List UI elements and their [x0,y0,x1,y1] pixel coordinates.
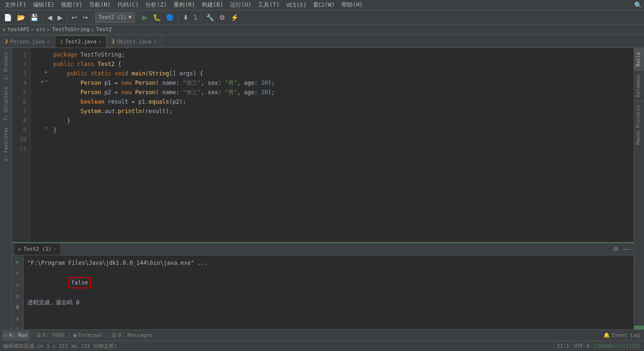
scroll-down-btn[interactable]: ↓ [14,280,20,289]
breadcrumb-src[interactable]: src [36,26,45,33]
menu-item-build[interactable]: 构建(B) [199,0,226,10]
breadcrumb-sep3: ▶ [91,27,94,32]
menu-item-code[interactable]: 代码(C) [115,0,142,10]
search-icon[interactable]: 🔍 [634,1,642,9]
java2-icon: J [60,39,63,45]
rerun-btn[interactable]: ▶ [14,257,20,267]
minimize-btn[interactable]: — [622,245,631,253]
run-btn[interactable]: ▶ [140,12,149,23]
tab-test2-java[interactable]: J Test2.java ✕ [55,35,107,48]
gutter-row-4: ▶ ▼ [31,76,50,86]
messages-icon: ☰ [112,332,116,338]
breadcrumb-testtostring[interactable]: TestToString [52,26,89,33]
menu-item-help[interactable]: 帮助(H) [339,0,366,10]
menu-item-refactor[interactable]: 重构(R) [171,0,198,10]
pause-btn[interactable]: ⏸ [13,302,22,312]
maven-tab[interactable]: Maven Projects [634,101,644,148]
code-line-1: package TestToString; [53,50,630,59]
tools-btn[interactable]: 🔧 [204,13,216,22]
gutter-row-2 [31,57,50,67]
breadcrumb-test2[interactable]: Test2 [96,26,112,33]
tab-object-java[interactable]: J Object.java ✕ [107,35,162,48]
favorites-panel-icon[interactable]: 2: Favorites [2,125,9,163]
gutter-row-6 [31,95,50,105]
code-line-9: } [53,116,630,125]
code-gutter: ▶ ▶ ▼ ▼ [31,48,50,242]
event-log-icon: 🔔 [603,332,610,338]
step-into-btn[interactable]: ⤵ [192,13,199,22]
stop-btn[interactable]: ■ [14,291,20,301]
step-over-btn[interactable]: ⬇ [181,13,190,22]
todo-panel-btn[interactable]: ☰ 6: TODO [34,331,66,340]
tab-person-java[interactable]: J Person.java ✕ [0,35,55,48]
code-editor[interactable]: 1 2 3 4 5 6 7 8 9 10 11 ▶ ▶ [12,48,634,242]
redo-btn[interactable]: ↪ [81,13,90,22]
database-tab[interactable]: Database [634,70,644,101]
toolbar-separator5 [178,13,179,22]
debug-btn[interactable]: 🐛 [151,13,163,22]
position-status: 11:1 [557,343,570,349]
menu-bar: 文件(F) 编辑(E) 视图(V) 导航(N) 代码(C) 分析(Z) 重构(R… [0,0,644,10]
terminal-btn[interactable]: ▣ Terminal [71,331,106,340]
settings-btn[interactable]: ⚙ [611,245,620,253]
open-btn[interactable]: 📂 [15,13,27,22]
export-btn[interactable]: ⤴ [15,325,20,329]
structure-panel-icon[interactable]: 7: Structure [2,85,9,122]
gutter-row-9: ▼ [31,123,50,133]
event-log-btn[interactable]: 🔔 Event Log [601,331,642,340]
menu-item-tools[interactable]: 工具(T) [255,0,282,10]
java3-icon: J [111,39,115,45]
output-false-value: false [68,277,91,288]
breadcrumb: ● testAPI ▶ src ▶ TestToString ▶ Test2 [0,24,644,35]
gutter-row-1 [31,48,50,57]
panel-tab-bar: ▶ Test2 (1) ✕ ⚙ — [12,243,634,255]
line-numbers: 1 2 3 4 5 6 7 8 9 10 11 [12,48,31,242]
project-panel-icon[interactable]: 1: Project [2,50,9,82]
tab-close-object[interactable]: ✕ [154,39,157,44]
run-arrow2-icon[interactable]: ▶ [41,79,44,84]
breadcrumb-testapi[interactable]: testAPI [8,26,29,33]
back-btn[interactable]: ◀ [45,13,54,22]
build-tab[interactable]: Build [634,48,644,70]
coverage-btn[interactable]: 🔵 [164,13,176,22]
tab-close-test2[interactable]: ✕ [99,39,101,44]
panel-controls: ▶ ↑ ↓ ■ ⏸ ↕ ⤴ [12,255,24,329]
toolbar-separator6 [201,13,202,22]
menu-item-edit[interactable]: 编辑(E) [30,0,58,10]
gutter-row-11 [31,142,50,152]
run-config-dropdown[interactable]: Test2 (1) ▼ [95,12,135,23]
run-tab-close[interactable]: ✕ [53,246,56,252]
scroll-up-btn[interactable]: ↑ [14,269,20,278]
new-file-btn[interactable]: 📄 [2,13,14,22]
terminal-label: Terminal [78,332,103,338]
menu-item-nav[interactable]: 导航(N) [86,0,114,10]
fold-close-icon[interactable]: ▼ [45,126,48,131]
code-area[interactable]: package TestToString; public class Test2… [50,48,634,242]
wrap-btn[interactable]: ↕ [14,314,20,323]
menu-item-analyze[interactable]: 分析(Z) [142,0,170,10]
btm-sep2 [69,332,69,339]
forward-btn[interactable]: ▶ [56,13,65,22]
status-right: 11:1 UTF-8 CSDN@Alita11101 [557,343,641,349]
run-panel-btn[interactable]: ▶ 4: Run [2,331,30,340]
save-btn[interactable]: 💾 [28,13,40,22]
menu-item-vcs[interactable]: VCS(S) [283,1,309,9]
encoding-status[interactable]: UTF-8 [574,343,590,349]
tab-close-person[interactable]: ✕ [47,39,50,44]
actions-btn[interactable]: ⚡ [229,13,240,22]
sdk-btn[interactable]: ⚙ [217,13,227,22]
gutter-row-7 [31,105,50,114]
panel-tab-icons: ⚙ — [611,245,631,253]
dropdown-arrow-icon: ▼ [129,14,132,20]
messages-btn[interactable]: ☰ 0: Messages [109,331,155,340]
menu-item-window[interactable]: 窗口(W) [310,0,338,10]
run-panel-tab[interactable]: ▶ Test2 (1) ✕ [15,244,60,255]
menu-item-file[interactable]: 文件(F) [2,0,29,10]
run-arrow-icon[interactable]: ▶ [45,69,48,74]
gutter-row-10 [31,133,50,142]
fold-icon[interactable]: ▼ [45,79,48,83]
menu-item-view[interactable]: 视图(V) [58,0,85,10]
event-log-label: Event Log [611,332,640,338]
menu-item-run[interactable]: 运行(U) [227,0,255,10]
undo-btn[interactable]: ↩ [70,13,79,22]
